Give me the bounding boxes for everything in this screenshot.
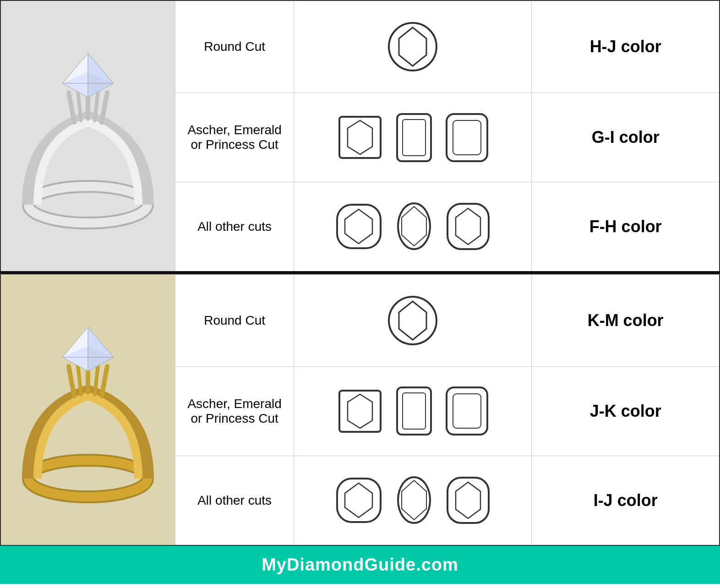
svg-rect-47 [403,393,425,429]
yellow-square-shapes-row [301,385,524,437]
other-shapes-row [301,200,524,253]
white-round-cut-label: Round Cut [175,0,294,93]
white-square-color: G-I color [532,93,720,182]
white-round-shapes [294,0,532,93]
yellow-emerald-icon [393,385,435,437]
round-circle-icon [385,19,440,74]
yellow-gold-section: Round Cut K-M color [0,274,720,366]
svg-marker-23 [345,209,372,244]
yellow-cushion1-icon [333,474,385,527]
main-table: Round Cut H-J color Ascher, Emerald or P… [0,0,720,546]
svg-marker-25 [402,207,426,246]
oval-icon [393,200,435,253]
yellow-cushion2-icon [443,474,493,527]
svg-point-42 [389,297,436,344]
yellow-round-shapes-row [301,293,524,348]
white-round-color: H-J color [532,0,720,93]
yellow-round-circle-icon [385,293,440,348]
yellow-round-cut-label: Round Cut [175,274,294,366]
svg-point-14 [389,23,436,71]
svg-rect-26 [447,204,489,249]
white-ring-cell [0,0,175,272]
yellow-other-shapes-row [301,474,524,527]
yellow-ring-image [1,275,175,545]
cushion1-icon [333,200,385,253]
svg-rect-22 [337,205,381,248]
svg-marker-15 [399,27,426,66]
cushion-rect-icon [443,111,491,164]
svg-marker-45 [348,394,372,428]
yellow-other-cut-label: All other cuts [175,456,294,545]
yellow-round-color: K-M color [532,274,720,366]
yellow-square-color: J-K color [532,366,720,456]
footer-bar: MyDiamondGuide.com [0,546,720,584]
white-other-shapes [294,182,532,272]
footer-text: MyDiamondGuide.com [262,555,458,574]
white-other-color: F-H color [532,182,720,272]
emerald-icon [393,111,435,164]
svg-line-30 [69,366,74,396]
round-shapes-row [301,19,524,74]
yellow-ring-cell [0,274,175,545]
white-other-cut-label: All other cuts [175,182,294,272]
yellow-round-shapes [294,274,532,366]
cushion2-icon [443,200,493,253]
svg-line-2 [69,93,74,122]
white-ring-svg [15,12,161,260]
svg-rect-50 [337,479,381,522]
svg-rect-19 [403,120,425,156]
princess-icon [335,112,385,163]
svg-marker-55 [456,482,480,518]
svg-line-32 [102,366,107,396]
svg-marker-27 [456,208,480,245]
white-square-cut-label: Ascher, Emerald or Princess Cut [175,93,294,182]
svg-line-4 [102,93,107,122]
yellow-cushion-rect-icon [443,385,491,437]
svg-marker-51 [345,483,372,517]
yellow-ring-svg [15,286,161,534]
yellow-other-shapes [294,456,532,545]
yellow-princess-icon [335,386,385,436]
svg-marker-43 [399,301,426,340]
svg-marker-17 [348,120,372,154]
svg-point-52 [398,477,430,523]
svg-rect-49 [453,394,481,428]
white-ring-image [1,1,175,271]
svg-point-24 [398,203,430,249]
yellow-square-cut-label: Ascher, Emerald or Princess Cut [175,366,294,456]
white-square-shapes [294,93,532,182]
yellow-oval-icon [393,474,435,527]
square-shapes-row [301,111,524,164]
yellow-square-shapes [294,366,532,456]
white-gold-section: Round Cut H-J color [0,0,720,93]
svg-marker-53 [402,480,426,520]
svg-rect-54 [447,478,489,523]
svg-rect-16 [339,117,381,158]
svg-rect-44 [339,391,381,432]
svg-rect-21 [453,120,481,155]
yellow-other-color: I-J color [532,456,720,545]
